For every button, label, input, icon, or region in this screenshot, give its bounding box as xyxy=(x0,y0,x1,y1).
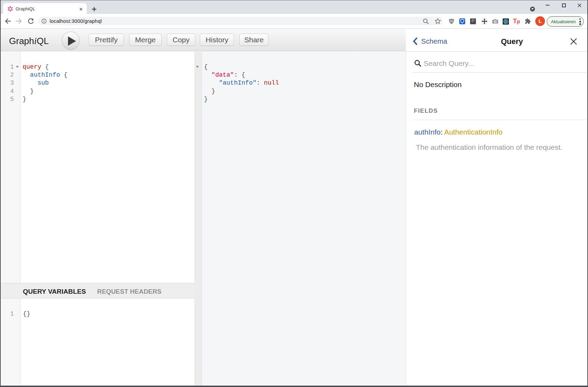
svg-text:UO: UO xyxy=(450,20,453,22)
